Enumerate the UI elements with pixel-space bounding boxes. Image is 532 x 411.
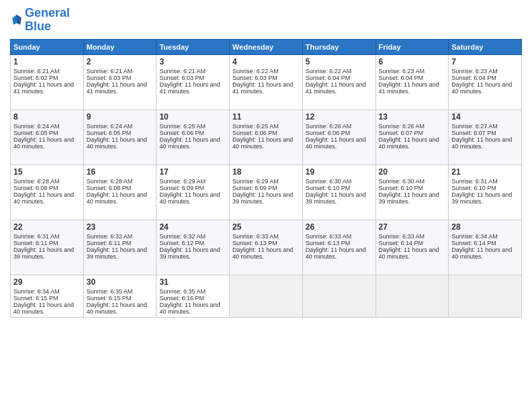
day-number: 13 [379,112,446,122]
day-number: 25 [232,222,300,232]
day-number: 11 [232,112,300,122]
day-number: 31 [159,277,226,287]
calendar-cell: 30Sunrise: 6:35 AMSunset: 6:15 PMDayligh… [83,275,157,317]
day-number: 10 [159,112,226,122]
page-header: General Blue [10,7,522,34]
calendar-week-row: 29Sunrise: 6:34 AMSunset: 6:15 PMDayligh… [11,275,522,317]
calendar-cell: 5Sunrise: 6:22 AMSunset: 6:04 PMDaylight… [302,54,375,109]
day-number: 2 [87,57,154,66]
calendar-cell: 23Sunrise: 6:32 AMSunset: 6:11 PMDayligh… [83,220,157,275]
calendar-cell: 18Sunrise: 6:29 AMSunset: 6:09 PMDayligh… [230,165,303,220]
day-number: 1 [13,57,81,66]
weekday-header: Saturday [449,39,522,54]
calendar-cell: 16Sunrise: 6:28 AMSunset: 6:08 PMDayligh… [83,165,157,220]
day-number: 23 [87,222,154,232]
calendar-week-row: 22Sunrise: 6:31 AMSunset: 6:11 PMDayligh… [11,220,522,275]
day-number: 19 [306,167,373,177]
calendar-cell: 26Sunrise: 6:33 AMSunset: 6:13 PMDayligh… [302,220,375,275]
day-number: 21 [451,167,519,177]
day-number: 17 [159,167,226,177]
calendar-cell: 8Sunrise: 6:24 AMSunset: 6:05 PMDaylight… [11,109,84,165]
day-number: 22 [13,222,81,232]
calendar-cell: 25Sunrise: 6:33 AMSunset: 6:13 PMDayligh… [230,220,303,275]
calendar-cell: 3Sunrise: 6:21 AMSunset: 6:03 PMDaylight… [157,54,230,109]
calendar-cell: 24Sunrise: 6:32 AMSunset: 6:12 PMDayligh… [157,220,230,275]
calendar-cell [449,275,522,317]
calendar-cell: 20Sunrise: 6:30 AMSunset: 6:10 PMDayligh… [375,165,449,220]
calendar-table: SundayMondayTuesdayWednesdayThursdayFrid… [10,39,522,318]
weekday-header: Monday [83,39,157,54]
calendar-cell: 9Sunrise: 6:24 AMSunset: 6:05 PMDaylight… [83,109,157,165]
calendar-cell: 7Sunrise: 6:23 AMSunset: 6:04 PMDaylight… [449,54,522,109]
calendar-body: 1Sunrise: 6:21 AMSunset: 6:02 PMDaylight… [11,54,522,317]
calendar-cell: 14Sunrise: 6:27 AMSunset: 6:07 PMDayligh… [449,109,522,165]
calendar-week-row: 15Sunrise: 6:28 AMSunset: 6:08 PMDayligh… [11,165,522,220]
calendar-cell: 19Sunrise: 6:30 AMSunset: 6:10 PMDayligh… [302,165,375,220]
calendar-cell: 21Sunrise: 6:31 AMSunset: 6:10 PMDayligh… [449,165,522,220]
day-number: 16 [87,167,154,177]
day-number: 6 [379,57,446,66]
calendar-cell: 10Sunrise: 6:25 AMSunset: 6:06 PMDayligh… [157,109,230,165]
day-number: 14 [451,112,519,122]
day-number: 30 [87,277,154,287]
day-number: 7 [451,57,519,66]
day-number: 8 [13,112,81,122]
weekday-header: Sunday [11,39,84,54]
logo: General Blue [10,7,70,34]
page-container: General Blue SundayMondayTuesdayWednesda… [0,0,532,411]
calendar-cell: 15Sunrise: 6:28 AMSunset: 6:08 PMDayligh… [11,165,84,220]
calendar-cell: 4Sunrise: 6:22 AMSunset: 6:03 PMDaylight… [230,54,303,109]
day-number: 29 [13,277,81,287]
calendar-cell: 27Sunrise: 6:33 AMSunset: 6:14 PMDayligh… [375,220,449,275]
day-number: 18 [232,167,300,177]
calendar-cell: 2Sunrise: 6:21 AMSunset: 6:03 PMDaylight… [83,54,157,109]
logo-icon [10,13,24,27]
calendar-cell [302,275,375,317]
calendar-cell: 6Sunrise: 6:23 AMSunset: 6:04 PMDaylight… [375,54,449,109]
weekday-header: Wednesday [230,39,303,54]
day-number: 20 [379,167,446,177]
day-number: 26 [306,222,373,232]
calendar-cell: 17Sunrise: 6:29 AMSunset: 6:09 PMDayligh… [157,165,230,220]
day-number: 24 [159,222,226,232]
calendar-cell: 13Sunrise: 6:26 AMSunset: 6:07 PMDayligh… [375,109,449,165]
calendar-cell: 29Sunrise: 6:34 AMSunset: 6:15 PMDayligh… [11,275,84,317]
calendar-cell: 22Sunrise: 6:31 AMSunset: 6:11 PMDayligh… [11,220,84,275]
calendar-cell: 12Sunrise: 6:26 AMSunset: 6:06 PMDayligh… [302,109,375,165]
day-number: 28 [451,222,519,232]
calendar-cell: 28Sunrise: 6:34 AMSunset: 6:14 PMDayligh… [449,220,522,275]
calendar-week-row: 8Sunrise: 6:24 AMSunset: 6:05 PMDaylight… [11,109,522,165]
calendar-header-row: SundayMondayTuesdayWednesdayThursdayFrid… [11,39,522,54]
day-number: 12 [306,112,373,122]
calendar-cell [230,275,303,317]
day-number: 3 [159,57,226,66]
calendar-cell: 1Sunrise: 6:21 AMSunset: 6:02 PMDaylight… [11,54,84,109]
day-number: 15 [13,167,81,177]
weekday-header: Tuesday [157,39,230,54]
weekday-header: Thursday [302,39,375,54]
day-number: 5 [306,57,373,66]
day-number: 4 [232,57,300,66]
day-number: 27 [379,222,446,232]
calendar-cell: 31Sunrise: 6:35 AMSunset: 6:16 PMDayligh… [157,275,230,317]
day-number: 9 [87,112,154,122]
calendar-cell [375,275,449,317]
calendar-cell: 11Sunrise: 6:25 AMSunset: 6:06 PMDayligh… [230,109,303,165]
calendar-week-row: 1Sunrise: 6:21 AMSunset: 6:02 PMDaylight… [11,54,522,109]
weekday-header: Friday [375,39,449,54]
